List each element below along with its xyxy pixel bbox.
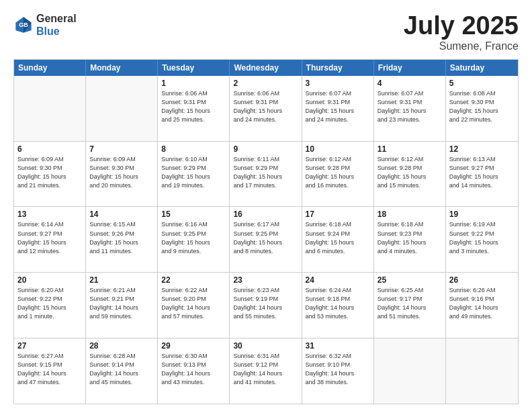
day-number: 15 [161,210,226,219]
cell-info: Sunrise: 6:07 AM Sunset: 9:31 PM Dayligh… [378,89,442,124]
cal-cell-w1-d1 [14,76,86,141]
cal-cell-w5-d4: 30Sunrise: 6:31 AM Sunset: 9:12 PM Dayli… [230,338,302,404]
day-number: 2 [233,79,298,88]
cell-info: Sunrise: 6:11 AM Sunset: 9:29 PM Dayligh… [233,155,298,190]
day-number: 28 [89,341,154,351]
cal-cell-w1-d7: 5Sunrise: 6:08 AM Sunset: 9:30 PM Daylig… [446,76,518,141]
cal-cell-w1-d5: 3Sunrise: 6:07 AM Sunset: 9:31 PM Daylig… [302,76,374,141]
header-sunday: Sunday [14,60,86,76]
day-number: 16 [233,210,298,219]
cell-info: Sunrise: 6:17 AM Sunset: 9:25 PM Dayligh… [233,220,298,255]
calendar-week-5: 27Sunrise: 6:27 AM Sunset: 9:15 PM Dayli… [14,338,518,404]
day-number: 11 [378,144,442,154]
cal-cell-w4-d6: 25Sunrise: 6:25 AM Sunset: 9:17 PM Dayli… [374,273,446,338]
cal-cell-w4-d4: 23Sunrise: 6:23 AM Sunset: 9:19 PM Dayli… [230,273,302,338]
calendar-week-3: 13Sunrise: 6:14 AM Sunset: 9:27 PM Dayli… [14,206,518,272]
cell-info: Sunrise: 6:16 AM Sunset: 9:25 PM Dayligh… [161,220,226,255]
cell-info: Sunrise: 6:31 AM Sunset: 9:12 PM Dayligh… [233,352,298,387]
day-number: 5 [449,79,515,88]
cell-info: Sunrise: 6:08 AM Sunset: 9:30 PM Dayligh… [449,89,515,124]
title-block: July 2025 Sumene, France [404,12,519,52]
cell-info: Sunrise: 6:20 AM Sunset: 9:22 PM Dayligh… [17,286,82,321]
logo-icon: GB [13,15,34,35]
cell-info: Sunrise: 6:10 AM Sunset: 9:29 PM Dayligh… [161,155,226,190]
cal-cell-w5-d5: 31Sunrise: 6:32 AM Sunset: 9:10 PM Dayli… [302,338,374,404]
cell-info: Sunrise: 6:09 AM Sunset: 9:30 PM Dayligh… [17,155,82,190]
cal-cell-w3-d3: 15Sunrise: 6:16 AM Sunset: 9:25 PM Dayli… [158,207,230,272]
day-number: 19 [449,210,515,219]
svg-text:GB: GB [19,22,28,29]
day-number: 3 [306,79,370,88]
day-number: 26 [449,275,515,285]
cell-info: Sunrise: 6:06 AM Sunset: 9:31 PM Dayligh… [161,89,226,124]
cell-info: Sunrise: 6:32 AM Sunset: 9:10 PM Dayligh… [306,352,370,387]
cell-info: Sunrise: 6:27 AM Sunset: 9:15 PM Dayligh… [17,352,82,387]
day-number: 14 [89,210,154,219]
header-wednesday: Wednesday [230,60,302,76]
cell-info: Sunrise: 6:09 AM Sunset: 9:30 PM Dayligh… [89,155,154,190]
day-number: 25 [378,275,442,285]
logo: GB General Blue [13,12,77,38]
cell-info: Sunrise: 6:12 AM Sunset: 9:28 PM Dayligh… [378,155,442,190]
day-number: 7 [89,144,154,154]
calendar-header: Sunday Monday Tuesday Wednesday Thursday… [14,60,518,76]
header-friday: Friday [374,60,446,76]
cell-info: Sunrise: 6:14 AM Sunset: 9:27 PM Dayligh… [17,220,82,255]
calendar-week-2: 6Sunrise: 6:09 AM Sunset: 9:30 PM Daylig… [14,141,518,207]
cell-info: Sunrise: 6:23 AM Sunset: 9:19 PM Dayligh… [233,286,298,321]
header-thursday: Thursday [302,60,374,76]
page: GB General Blue July 2025 Sumene, France… [0,0,532,411]
cell-info: Sunrise: 6:22 AM Sunset: 9:20 PM Dayligh… [161,286,226,321]
day-number: 30 [233,341,298,351]
title-location: Sumene, France [404,40,519,52]
cal-cell-w2-d6: 11Sunrise: 6:12 AM Sunset: 9:28 PM Dayli… [374,142,446,207]
day-number: 13 [17,210,82,219]
logo-text: General Blue [36,12,77,38]
day-number: 24 [306,275,370,285]
cal-cell-w3-d4: 16Sunrise: 6:17 AM Sunset: 9:25 PM Dayli… [230,207,302,272]
cal-cell-w5-d1: 27Sunrise: 6:27 AM Sunset: 9:15 PM Dayli… [14,338,86,404]
cell-info: Sunrise: 6:13 AM Sunset: 9:27 PM Dayligh… [449,155,515,190]
calendar-week-4: 20Sunrise: 6:20 AM Sunset: 9:22 PM Dayli… [14,272,518,338]
cal-cell-w4-d7: 26Sunrise: 6:26 AM Sunset: 9:16 PM Dayli… [446,273,518,338]
cal-cell-w3-d6: 18Sunrise: 6:18 AM Sunset: 9:23 PM Dayli… [374,207,446,272]
cell-info: Sunrise: 6:26 AM Sunset: 9:16 PM Dayligh… [449,286,515,321]
cell-info: Sunrise: 6:15 AM Sunset: 9:26 PM Dayligh… [89,220,154,255]
header-monday: Monday [86,60,158,76]
cal-cell-w2-d4: 9Sunrise: 6:11 AM Sunset: 9:29 PM Daylig… [230,142,302,207]
day-number: 21 [89,275,154,285]
cal-cell-w4-d3: 22Sunrise: 6:22 AM Sunset: 9:20 PM Dayli… [158,273,230,338]
cal-cell-w2-d1: 6Sunrise: 6:09 AM Sunset: 9:30 PM Daylig… [14,142,86,207]
cal-cell-w1-d2 [86,76,158,141]
cal-cell-w1-d6: 4Sunrise: 6:07 AM Sunset: 9:31 PM Daylig… [374,76,446,141]
cal-cell-w4-d5: 24Sunrise: 6:24 AM Sunset: 9:18 PM Dayli… [302,273,374,338]
cell-info: Sunrise: 6:19 AM Sunset: 9:22 PM Dayligh… [449,220,515,255]
cell-info: Sunrise: 6:06 AM Sunset: 9:31 PM Dayligh… [233,89,298,124]
cal-cell-w5-d6 [374,338,446,404]
cal-cell-w4-d2: 21Sunrise: 6:21 AM Sunset: 9:21 PM Dayli… [86,273,158,338]
cal-cell-w3-d5: 17Sunrise: 6:18 AM Sunset: 9:24 PM Dayli… [302,207,374,272]
cell-info: Sunrise: 6:30 AM Sunset: 9:13 PM Dayligh… [161,352,226,387]
cell-info: Sunrise: 6:12 AM Sunset: 9:28 PM Dayligh… [306,155,370,190]
cell-info: Sunrise: 6:07 AM Sunset: 9:31 PM Dayligh… [306,89,370,124]
day-number: 27 [17,341,82,351]
header-tuesday: Tuesday [158,60,230,76]
cal-cell-w2-d2: 7Sunrise: 6:09 AM Sunset: 9:30 PM Daylig… [86,142,158,207]
cal-cell-w3-d2: 14Sunrise: 6:15 AM Sunset: 9:26 PM Dayli… [86,207,158,272]
day-number: 23 [233,275,298,285]
day-number: 4 [378,79,442,88]
day-number: 18 [378,210,442,219]
day-number: 6 [17,144,82,154]
logo-general: General [36,13,77,24]
cell-info: Sunrise: 6:18 AM Sunset: 9:24 PM Dayligh… [306,220,370,255]
cell-info: Sunrise: 6:21 AM Sunset: 9:21 PM Dayligh… [89,286,154,321]
calendar-week-1: 1Sunrise: 6:06 AM Sunset: 9:31 PM Daylig… [14,76,518,141]
cal-cell-w5-d2: 28Sunrise: 6:28 AM Sunset: 9:14 PM Dayli… [86,338,158,404]
cal-cell-w3-d1: 13Sunrise: 6:14 AM Sunset: 9:27 PM Dayli… [14,207,86,272]
cell-info: Sunrise: 6:18 AM Sunset: 9:23 PM Dayligh… [378,220,442,255]
day-number: 20 [17,275,82,285]
header-saturday: Saturday [446,60,518,76]
day-number: 29 [161,341,226,351]
title-month: July 2025 [404,12,519,40]
day-number: 8 [161,144,226,154]
